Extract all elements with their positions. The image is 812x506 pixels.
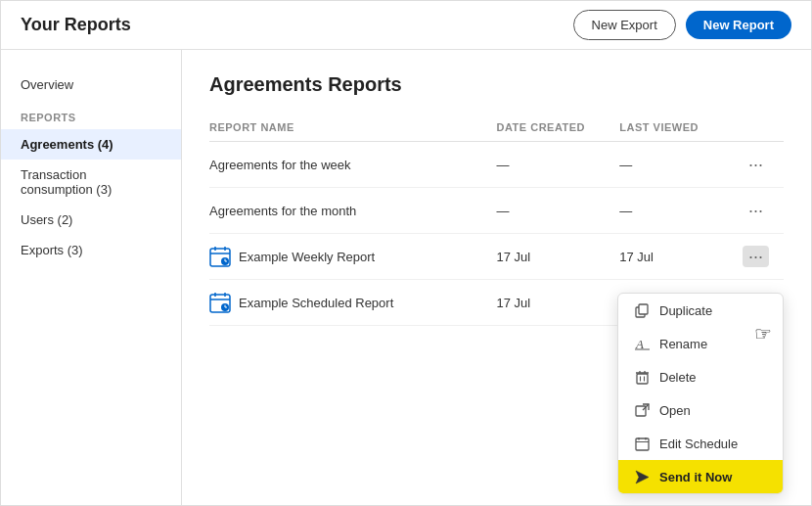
context-menu: Duplicate A Rename [617, 293, 784, 494]
more-options-button[interactable]: ··· [743, 246, 769, 267]
menu-item-delete-label: Delete [659, 370, 697, 385]
menu-item-open-label: Open [659, 403, 691, 418]
menu-item-open[interactable]: Open [618, 393, 783, 427]
date-created-cell: — [497, 142, 620, 188]
sidebar-section-reports: REPORTS [1, 100, 181, 129]
date-created-cell: — [497, 188, 620, 234]
report-name-text: Example Weekly Report [239, 250, 375, 264]
last-viewed-cell: — [619, 188, 743, 234]
send-now-icon [634, 469, 650, 484]
main-content: Agreements Reports REPORT NAME DATE CREA… [182, 50, 811, 505]
open-icon [634, 402, 650, 418]
svg-rect-18 [637, 374, 648, 384]
scheduled-calendar-icon [209, 292, 231, 313]
new-export-button[interactable]: New Export [573, 10, 676, 40]
app-header: Your Reports New Export New Report [1, 1, 811, 50]
report-name-cell: Agreements for the week [209, 142, 497, 188]
rename-icon: A [634, 336, 650, 351]
last-viewed-cell: — [619, 142, 743, 188]
menu-item-duplicate[interactable]: Duplicate [618, 294, 783, 327]
sidebar-item-overview[interactable]: Overview [1, 69, 181, 100]
sidebar-item-users[interactable]: Users (2) [1, 205, 181, 235]
menu-item-edit-schedule[interactable]: Edit Schedule [618, 427, 783, 460]
ellipsis-icon: ··· [748, 156, 763, 173]
more-options-button[interactable]: ··· [743, 200, 769, 221]
report-name-cell: Agreements for the month [209, 188, 497, 234]
row-actions-cell: ··· [743, 234, 784, 280]
delete-icon [634, 369, 650, 385]
table-row: Example Weekly Report 17 Jul 17 Jul ··· [209, 234, 784, 280]
menu-item-send-now[interactable]: Send it Now [618, 460, 783, 493]
svg-rect-15 [639, 304, 648, 314]
page-title: Your Reports [21, 15, 131, 35]
menu-item-edit-schedule-label: Edit Schedule [659, 437, 738, 451]
svg-marker-30 [636, 471, 649, 483]
header-actions: New Export New Report [573, 10, 791, 40]
svg-rect-26 [636, 438, 649, 450]
sidebar-item-agreements[interactable]: Agreements (4) [1, 129, 181, 160]
section-title: Agreements Reports [209, 73, 784, 96]
edit-schedule-icon [634, 436, 650, 451]
table-row: Agreements for the month — — ··· [209, 188, 784, 234]
ellipsis-icon: ··· [748, 202, 763, 219]
report-name-cell: Example Scheduled Report [209, 280, 497, 326]
col-report-name: REPORT NAME [209, 115, 497, 142]
menu-item-rename[interactable]: A Rename [618, 327, 783, 360]
duplicate-icon [634, 302, 650, 318]
new-report-button[interactable]: New Report [686, 11, 791, 39]
scheduled-calendar-icon [209, 246, 231, 267]
col-actions [743, 115, 784, 142]
date-created-cell: 17 Jul [497, 234, 620, 280]
menu-item-delete[interactable]: Delete [618, 360, 783, 393]
ellipsis-icon: ··· [748, 248, 763, 265]
row-actions-cell: ··· [743, 188, 784, 234]
sidebar: Overview REPORTS Agreements (4) Transact… [1, 50, 182, 505]
app-body: Overview REPORTS Agreements (4) Transact… [1, 50, 811, 505]
menu-item-send-now-label: Send it Now [659, 470, 732, 484]
svg-rect-24 [636, 406, 646, 416]
report-name-cell: Example Weekly Report [209, 234, 497, 280]
table-row: Agreements for the week — — ··· [209, 142, 784, 188]
sidebar-item-exports[interactable]: Exports (3) [1, 235, 181, 265]
date-created-cell: 17 Jul [497, 280, 620, 326]
menu-item-duplicate-label: Duplicate [659, 303, 712, 318]
last-viewed-cell: 17 Jul [619, 234, 743, 280]
row-actions-cell: ··· [743, 142, 784, 188]
more-options-button[interactable]: ··· [743, 154, 769, 175]
col-date-created: DATE CREATED [497, 115, 620, 142]
menu-item-rename-label: Rename [659, 337, 707, 351]
col-last-viewed: LAST VIEWED [619, 115, 743, 142]
sidebar-item-transaction[interactable]: Transaction consumption (3) [1, 160, 181, 205]
report-name-text: Example Scheduled Report [239, 296, 393, 310]
